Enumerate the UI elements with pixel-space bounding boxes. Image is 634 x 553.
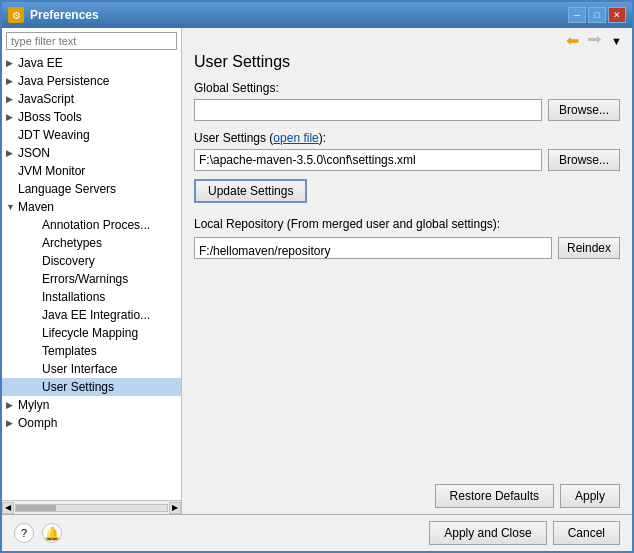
sidebar-item-lifecycle-mapping[interactable]: Lifecycle Mapping — [2, 324, 181, 342]
arrow-icon: ▶ — [6, 112, 18, 122]
sidebar-item-errors-warnings[interactable]: Errors/Warnings — [2, 270, 181, 288]
back-button[interactable]: ⬅ — [562, 30, 583, 51]
sidebar-item-mylyn[interactable]: ▶ Mylyn — [2, 396, 181, 414]
open-file-link[interactable]: open file — [273, 131, 318, 145]
h-scroll-thumb — [16, 505, 56, 511]
tree-container: ▶ Java EE ▶ Java Persistence ▶ JavaScrip… — [2, 54, 181, 500]
sidebar-item-oomph[interactable]: ▶ Oomph — [2, 414, 181, 432]
sidebar-item-jboss-tools[interactable]: ▶ JBoss Tools — [2, 108, 181, 126]
sidebar-item-templates[interactable]: Templates — [2, 342, 181, 360]
panel-title: User Settings — [194, 53, 620, 71]
sidebar-item-javascript[interactable]: ▶ JavaScript — [2, 90, 181, 108]
sidebar-item-annotation-processing[interactable]: Annotation Proces... — [2, 216, 181, 234]
close-button[interactable]: ✕ — [608, 7, 626, 23]
sidebar-item-java-persistence[interactable]: ▶ Java Persistence — [2, 72, 181, 90]
panel-nav: ⬅ ⮕ ▼ — [182, 28, 632, 53]
title-bar-left: ⚙ Preferences — [8, 7, 99, 23]
right-panel: ⬅ ⮕ ▼ User Settings Global Settings: Bro… — [182, 28, 632, 514]
apply-button[interactable]: Apply — [560, 484, 620, 508]
arrow-icon: ▶ — [6, 418, 18, 428]
arrow-icon: ▶ — [6, 400, 18, 410]
sidebar-item-discovery[interactable]: Discovery — [2, 252, 181, 270]
sidebar-item-user-settings[interactable]: User Settings — [2, 378, 181, 396]
arrow-icon: ▶ — [6, 148, 18, 158]
title-bar: ⚙ Preferences ─ □ ✕ — [2, 2, 632, 28]
sidebar-item-archetypes[interactable]: Archetypes — [2, 234, 181, 252]
local-repo-value: F:/hellomaven/repository — [194, 237, 552, 259]
global-settings-label: Global Settings: — [194, 81, 620, 95]
minimize-button[interactable]: ─ — [568, 7, 586, 23]
user-settings-row: Browse... — [194, 149, 620, 171]
sidebar-bottom: ◀ ▶ — [2, 500, 181, 514]
h-scroll-track[interactable] — [15, 504, 168, 512]
sidebar-item-json[interactable]: ▶ JSON — [2, 144, 181, 162]
info-icon[interactable]: 🔔 — [42, 523, 62, 543]
panel-body: User Settings Global Settings: Browse...… — [182, 53, 632, 478]
dropdown-button[interactable]: ▼ — [607, 34, 626, 48]
global-settings-input[interactable] — [194, 99, 542, 121]
preferences-window: ⚙ Preferences ─ □ ✕ ▶ Java EE ▶ Java Per… — [0, 0, 634, 553]
local-repo-row: F:/hellomaven/repository Reindex — [194, 237, 620, 259]
sidebar-item-installations[interactable]: Installations — [2, 288, 181, 306]
restore-defaults-button[interactable]: Restore Defaults — [435, 484, 554, 508]
sidebar-item-user-interface[interactable]: User Interface — [2, 360, 181, 378]
panel-footer-top: Restore Defaults Apply — [182, 478, 632, 514]
sidebar-item-jdt-weaving[interactable]: JDT Weaving — [2, 126, 181, 144]
cancel-button[interactable]: Cancel — [553, 521, 620, 545]
arrow-icon: ▶ — [6, 94, 18, 104]
bottom-bar: ? 🔔 Apply and Close Cancel — [2, 514, 632, 551]
user-settings-input[interactable] — [194, 149, 542, 171]
global-settings-row: Browse... — [194, 99, 620, 121]
window-icon: ⚙ — [8, 7, 24, 23]
apply-and-close-button[interactable]: Apply and Close — [429, 521, 546, 545]
reindex-button[interactable]: Reindex — [558, 237, 620, 259]
sidebar-item-java-ee[interactable]: ▶ Java EE — [2, 54, 181, 72]
browse1-button[interactable]: Browse... — [548, 99, 620, 121]
arrow-icon: ▶ — [6, 58, 18, 68]
help-icon[interactable]: ? — [14, 523, 34, 543]
update-settings-button[interactable]: Update Settings — [194, 179, 307, 203]
user-settings-label: User Settings (open file): — [194, 131, 620, 145]
sidebar: ▶ Java EE ▶ Java Persistence ▶ JavaScrip… — [2, 28, 182, 514]
sidebar-item-maven[interactable]: ▼ Maven — [2, 198, 181, 216]
main-content: ▶ Java EE ▶ Java Persistence ▶ JavaScrip… — [2, 28, 632, 514]
filter-input[interactable] — [6, 32, 177, 50]
sidebar-item-jvm-monitor[interactable]: JVM Monitor — [2, 162, 181, 180]
browse2-button[interactable]: Browse... — [548, 149, 620, 171]
bottom-buttons: Apply and Close Cancel — [429, 521, 620, 545]
sidebar-item-java-ee-integration[interactable]: Java EE Integratio... — [2, 306, 181, 324]
local-repo-label: Local Repository (From merged user and g… — [194, 217, 620, 231]
title-bar-buttons: ─ □ ✕ — [568, 7, 626, 23]
window-title: Preferences — [30, 8, 99, 22]
forward-button[interactable]: ⮕ — [583, 31, 607, 51]
h-scroll-container: ◀ ▶ — [2, 501, 181, 514]
scroll-right-button[interactable]: ▶ — [169, 502, 181, 514]
sidebar-item-language-servers[interactable]: Language Servers — [2, 180, 181, 198]
status-icons: ? 🔔 — [14, 523, 62, 543]
maximize-button[interactable]: □ — [588, 7, 606, 23]
scroll-left-button[interactable]: ◀ — [2, 502, 14, 514]
arrow-icon: ▼ — [6, 202, 18, 212]
arrow-icon: ▶ — [6, 76, 18, 86]
